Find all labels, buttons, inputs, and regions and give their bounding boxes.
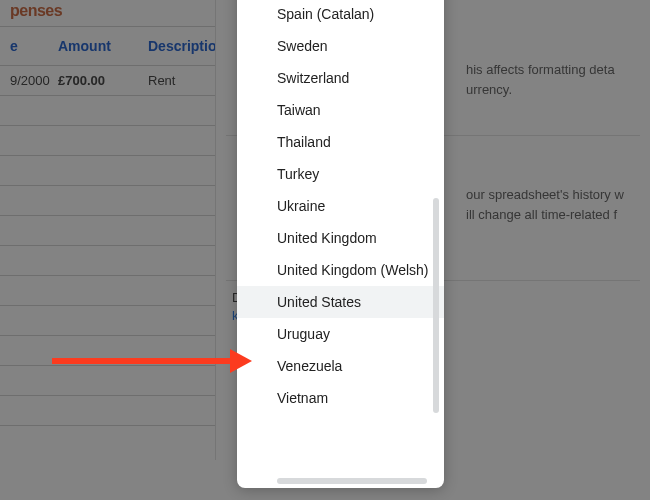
locale-option[interactable]: Uruguay — [237, 318, 444, 350]
locale-option[interactable]: Venezuela — [237, 350, 444, 382]
locale-option[interactable]: Spain (Catalan) — [237, 0, 444, 30]
locale-dropdown-panel[interactable]: South KoreaSpainSpain (Catalan)SwedenSwi… — [237, 0, 444, 488]
locale-option[interactable]: Sweden — [237, 30, 444, 62]
locale-option[interactable]: Ukraine — [237, 190, 444, 222]
locale-option[interactable]: United States — [237, 286, 444, 318]
horizontal-scrollbar[interactable] — [277, 478, 427, 484]
locale-option[interactable]: Turkey — [237, 158, 444, 190]
vertical-scrollbar[interactable] — [433, 198, 439, 413]
locale-option[interactable]: Switzerland — [237, 62, 444, 94]
locale-dropdown-list: South KoreaSpainSpain (Catalan)SwedenSwi… — [237, 0, 444, 478]
locale-option[interactable]: United Kingdom — [237, 222, 444, 254]
locale-option[interactable]: United Kingdom (Welsh) — [237, 254, 444, 286]
locale-option[interactable]: Taiwan — [237, 94, 444, 126]
locale-option[interactable]: Thailand — [237, 126, 444, 158]
locale-option[interactable]: Vietnam — [237, 382, 444, 414]
